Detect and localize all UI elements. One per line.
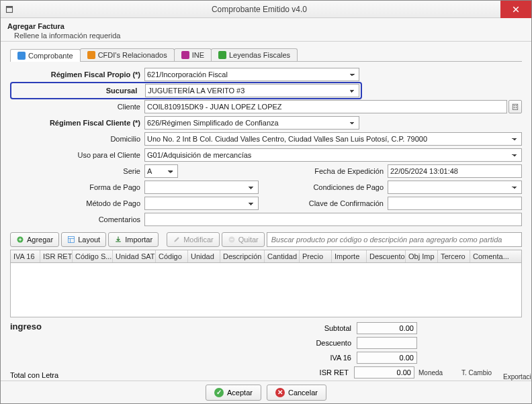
svg-rect-1 xyxy=(7,6,13,7)
import-icon xyxy=(114,236,122,244)
group-label: ingreso xyxy=(10,321,265,332)
app-icon xyxy=(1,1,18,18)
label-serie: Serie xyxy=(10,167,144,175)
label-uso-cliente: Uso para el Cliente xyxy=(10,151,144,159)
col-codigo[interactable]: Código xyxy=(156,250,188,262)
grid-body[interactable] xyxy=(11,263,521,317)
tab-comprobante[interactable]: Comprobante xyxy=(10,49,81,62)
comentarios-input[interactable] xyxy=(144,213,522,226)
regimen-cliente-select[interactable] xyxy=(144,116,359,130)
importar-button[interactable]: Importar xyxy=(108,232,159,247)
tab-leyendas[interactable]: Leyendas Fiscales xyxy=(211,48,298,61)
cliente-input[interactable] xyxy=(144,100,507,113)
iva16-value[interactable] xyxy=(357,352,417,364)
col-iva16[interactable]: IVA 16 xyxy=(11,250,40,262)
button-label: Quitar xyxy=(238,236,259,244)
uso-cliente-select[interactable] xyxy=(144,148,522,162)
svg-rect-2 xyxy=(513,104,518,109)
header-subtitle: Rellene la información requerida xyxy=(7,32,525,40)
button-label: Cancelar xyxy=(288,389,318,397)
header-title: Agregar Factura xyxy=(7,22,525,30)
minus-icon xyxy=(228,236,236,244)
col-comentario[interactable]: Comenta... xyxy=(470,250,521,262)
building-icon xyxy=(511,103,519,111)
tab-ine-icon xyxy=(181,51,189,59)
col-importe[interactable]: Importe xyxy=(332,250,367,262)
agregar-button[interactable]: Agregar xyxy=(10,232,59,247)
tab-strip: Comprobante CFDI's Relacionados INE Leye… xyxy=(10,48,522,62)
col-descuento[interactable]: Descuento xyxy=(367,250,406,262)
isrret-value[interactable] xyxy=(354,366,414,378)
label-tcambio: T. Cambio xyxy=(461,369,495,376)
button-label: Aceptar xyxy=(227,389,253,397)
comprobante-form: Régimen Fiscal Propio (*) Sucursal Clien… xyxy=(10,67,522,227)
plus-icon xyxy=(16,236,24,244)
label-exportacion: Exportación xyxy=(503,373,531,381)
svg-rect-6 xyxy=(516,107,517,109)
label-descuento: Descuento xyxy=(268,339,355,347)
forma-pago-select[interactable] xyxy=(144,181,259,194)
col-descripcion[interactable]: Descripción xyxy=(220,250,265,262)
quitar-button: Quitar xyxy=(222,232,265,247)
product-search-input[interactable] xyxy=(267,232,522,247)
label-total-letra: Total con Letra xyxy=(10,371,265,379)
metodo-pago-select[interactable] xyxy=(144,197,259,210)
dialog-footer: ✓ Aceptar ✕ Cancelar xyxy=(1,381,531,403)
label-moneda: Moneda xyxy=(418,369,456,376)
tab-label: INE xyxy=(192,51,204,59)
label-metodo-pago: Método de Pago xyxy=(10,199,144,207)
layout-button[interactable]: Layout xyxy=(61,232,106,247)
accept-button[interactable]: ✓ Aceptar xyxy=(206,385,261,401)
pencil-icon xyxy=(173,236,181,244)
col-tercero[interactable]: Tercero xyxy=(438,250,470,262)
serie-select[interactable] xyxy=(144,164,178,178)
button-label: Layout xyxy=(78,236,100,244)
col-unidadsat[interactable]: Unidad SAT xyxy=(113,250,156,262)
label-iva16: IVA 16 xyxy=(268,354,355,362)
layout-icon xyxy=(67,236,75,244)
grid-header: IVA 16 ISR RET Código S... Unidad SAT Có… xyxy=(11,250,521,263)
label-isrret: ISR RET xyxy=(265,368,353,376)
tab-label: CFDI's Relacionados xyxy=(98,51,167,59)
label-condiciones-pago: Condiciones de Pago xyxy=(280,183,388,191)
cliente-lookup-button[interactable] xyxy=(508,100,522,113)
subtotal-value[interactable] xyxy=(357,322,417,334)
items-grid: IVA 16 ISR RET Código S... Unidad SAT Có… xyxy=(10,250,522,317)
modificar-button: Modificar xyxy=(167,232,220,247)
svg-rect-4 xyxy=(516,105,517,107)
page-header: Agregar Factura Rellene la información r… xyxy=(1,18,531,42)
tab-cfdis-icon xyxy=(87,51,95,59)
label-regimen-cliente: Régimen Fiscal Cliente (*) xyxy=(10,119,144,127)
col-cantidad[interactable]: Cantidad xyxy=(265,250,300,262)
descuento-value[interactable] xyxy=(357,337,417,349)
tab-ine[interactable]: INE xyxy=(174,48,212,61)
svg-rect-5 xyxy=(514,107,515,109)
fecha-expedicion-input[interactable] xyxy=(388,164,522,178)
col-objimp[interactable]: Obj Imp xyxy=(406,250,438,262)
button-label: Importar xyxy=(125,236,152,244)
col-precio[interactable]: Precio xyxy=(300,250,332,262)
regimen-propio-select[interactable] xyxy=(144,68,359,81)
clave-confirmacion-input[interactable] xyxy=(388,197,522,210)
button-label: Agregar xyxy=(27,236,53,244)
tab-cfdis[interactable]: CFDI's Relacionados xyxy=(80,48,175,61)
svg-rect-3 xyxy=(514,105,515,107)
label-cliente: Cliente xyxy=(10,103,144,111)
tab-leyendas-icon xyxy=(218,51,226,59)
window-title: Comprobante Emitido v4.0 xyxy=(18,5,500,14)
label-comentarios: Comentarios xyxy=(10,215,144,223)
col-unidad[interactable]: Unidad xyxy=(188,250,220,262)
button-label: Modificar xyxy=(183,236,214,244)
cancel-button[interactable]: ✕ Cancelar xyxy=(267,385,326,401)
svg-rect-8 xyxy=(69,237,75,243)
close-button[interactable] xyxy=(500,1,531,18)
domicilio-select[interactable] xyxy=(144,132,522,146)
label-domicilio: Domicilio xyxy=(10,135,144,143)
tab-label: Leyendas Fiscales xyxy=(229,51,290,59)
tab-label: Comprobante xyxy=(28,52,73,60)
x-icon: ✕ xyxy=(275,388,285,397)
condiciones-pago-select[interactable] xyxy=(388,181,522,194)
sucursal-select[interactable] xyxy=(145,84,359,97)
col-isrret[interactable]: ISR RET xyxy=(40,250,73,262)
col-codigosat[interactable]: Código S... xyxy=(73,250,113,262)
